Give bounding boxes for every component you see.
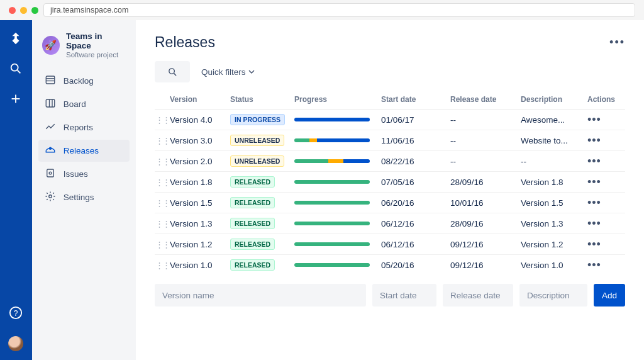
description-cell: Version 1.0 xyxy=(521,261,587,270)
status-badge: RELEASED xyxy=(230,218,275,229)
progress-bar xyxy=(294,118,370,121)
gear-icon xyxy=(45,191,56,204)
start-date-cell: 05/20/16 xyxy=(381,261,450,270)
release-date-cell: 09/12/16 xyxy=(450,240,521,249)
project-header[interactable]: 🚀 Teams in Space Software project xyxy=(38,31,130,59)
row-actions-icon[interactable]: ••• xyxy=(587,114,625,125)
help-icon[interactable]: ? xyxy=(9,306,23,322)
progress-cell xyxy=(294,222,381,225)
status-cell: UNRELEASED xyxy=(230,135,294,146)
svg-rect-9 xyxy=(46,99,55,107)
url-text: jira.teamsinspace.com xyxy=(50,6,128,14)
sidebar-item-backlog[interactable]: Backlog xyxy=(38,70,130,92)
description-input[interactable] xyxy=(519,284,587,307)
status-cell: RELEASED xyxy=(230,218,294,229)
progress-bar xyxy=(294,263,370,267)
sidebar-item-releases[interactable]: Releases xyxy=(38,140,130,162)
status-cell: UNRELEASED xyxy=(230,155,294,167)
start-date-cell: 08/22/16 xyxy=(381,157,450,166)
version-cell: Version 1.0 xyxy=(170,261,230,270)
start-date-cell: 06/12/16 xyxy=(381,219,450,228)
release-date-input[interactable] xyxy=(443,284,513,307)
table-row: Version 1.0RELEASED05/20/1609/12/16Versi… xyxy=(155,254,625,275)
svg-point-15 xyxy=(49,195,52,198)
url-bar[interactable]: jira.teamsinspace.com xyxy=(43,3,635,17)
ship-icon xyxy=(45,144,56,157)
status-cell: RELEASED xyxy=(230,259,294,271)
svg-rect-6 xyxy=(46,76,55,84)
drag-handle-icon[interactable] xyxy=(155,115,170,125)
table-row: Version 4.0IN PROGRESS01/06/17--Awesome.… xyxy=(155,109,625,130)
release-date-cell: 09/12/16 xyxy=(450,261,521,270)
sidebar-item-label: Issues xyxy=(64,169,88,179)
version-cell: Version 1.8 xyxy=(170,177,230,187)
table-row: Version 1.5RELEASED06/20/1610/01/16Versi… xyxy=(155,192,625,213)
col-description: Description xyxy=(521,95,587,104)
progress-cell xyxy=(294,138,381,142)
release-date-cell: -- xyxy=(450,136,521,145)
close-window-icon[interactable] xyxy=(9,7,16,14)
sidebar-item-issues[interactable]: Issues xyxy=(38,163,130,185)
progress-cell xyxy=(294,201,381,205)
drag-handle-icon[interactable] xyxy=(155,157,170,166)
description-cell: Website to... xyxy=(521,136,587,145)
row-actions-icon[interactable]: ••• xyxy=(587,176,625,188)
progress-bar xyxy=(294,222,370,225)
create-icon[interactable] xyxy=(9,92,23,108)
row-actions-icon[interactable]: ••• xyxy=(587,197,625,208)
version-name-input[interactable] xyxy=(155,284,366,307)
drag-handle-icon[interactable] xyxy=(155,198,170,208)
page-more-actions-icon[interactable]: ••• xyxy=(609,36,625,49)
quick-filters-label: Quick filters xyxy=(201,67,246,77)
start-date-input[interactable] xyxy=(372,284,436,307)
version-cell: Version 3.0 xyxy=(170,136,230,145)
version-cell: Version 2.0 xyxy=(170,157,230,166)
col-status: Status xyxy=(230,95,294,104)
window-controls xyxy=(9,7,38,14)
sidebar-item-settings[interactable]: Settings xyxy=(38,186,130,208)
table-row: Version 1.2RELEASED06/12/1609/12/16Versi… xyxy=(155,233,625,254)
add-button[interactable]: Add xyxy=(594,284,625,307)
table-row: Version 1.3RELEASED06/12/1628/09/16Versi… xyxy=(155,213,625,233)
table-header: Version Status Progress Start date Relea… xyxy=(155,90,625,109)
col-start: Start date xyxy=(381,95,450,104)
search-icon[interactable] xyxy=(9,62,23,78)
row-actions-icon[interactable]: ••• xyxy=(587,155,625,167)
sidebar-item-label: Reports xyxy=(64,123,93,132)
status-badge: UNRELEASED xyxy=(230,155,284,167)
progress-bar xyxy=(294,159,370,163)
status-badge: IN PROGRESS xyxy=(230,114,285,125)
progress-cell xyxy=(294,263,381,267)
svg-text:?: ? xyxy=(14,309,18,318)
chevron-down-icon xyxy=(248,69,255,75)
quick-filters-dropdown[interactable]: Quick filters xyxy=(201,67,255,77)
progress-cell xyxy=(294,242,381,246)
search-releases-button[interactable] xyxy=(155,61,190,82)
description-cell: Version 1.8 xyxy=(521,177,587,187)
sidebar-item-board[interactable]: Board xyxy=(38,93,130,115)
start-date-cell: 06/12/16 xyxy=(381,240,450,249)
row-actions-icon[interactable]: ••• xyxy=(587,218,625,229)
drag-handle-icon[interactable] xyxy=(155,219,170,228)
svg-point-0 xyxy=(11,64,18,71)
row-actions-icon[interactable]: ••• xyxy=(587,135,625,146)
status-badge: RELEASED xyxy=(230,197,275,208)
project-avatar-icon: 🚀 xyxy=(42,36,60,55)
description-cell: Version 1.5 xyxy=(521,198,587,208)
progress-cell xyxy=(294,180,381,184)
drag-handle-icon[interactable] xyxy=(155,261,170,270)
release-date-cell: 10/01/16 xyxy=(450,198,521,208)
sidebar-item-reports[interactable]: Reports xyxy=(38,116,130,138)
jira-logo-icon[interactable] xyxy=(9,31,23,48)
maximize-window-icon[interactable] xyxy=(31,7,38,14)
row-actions-icon[interactable]: ••• xyxy=(587,239,625,250)
release-date-cell: -- xyxy=(450,157,521,166)
minimize-window-icon[interactable] xyxy=(20,7,27,14)
drag-handle-icon[interactable] xyxy=(155,177,170,187)
table-row: Version 3.0UNRELEASED11/06/16--Website t… xyxy=(155,130,625,150)
drag-handle-icon[interactable] xyxy=(155,136,170,145)
project-sidebar: 🚀 Teams in Space Software project Backlo… xyxy=(32,20,136,360)
row-actions-icon[interactable]: ••• xyxy=(587,259,625,271)
drag-handle-icon[interactable] xyxy=(155,240,170,249)
user-avatar[interactable] xyxy=(8,336,23,351)
